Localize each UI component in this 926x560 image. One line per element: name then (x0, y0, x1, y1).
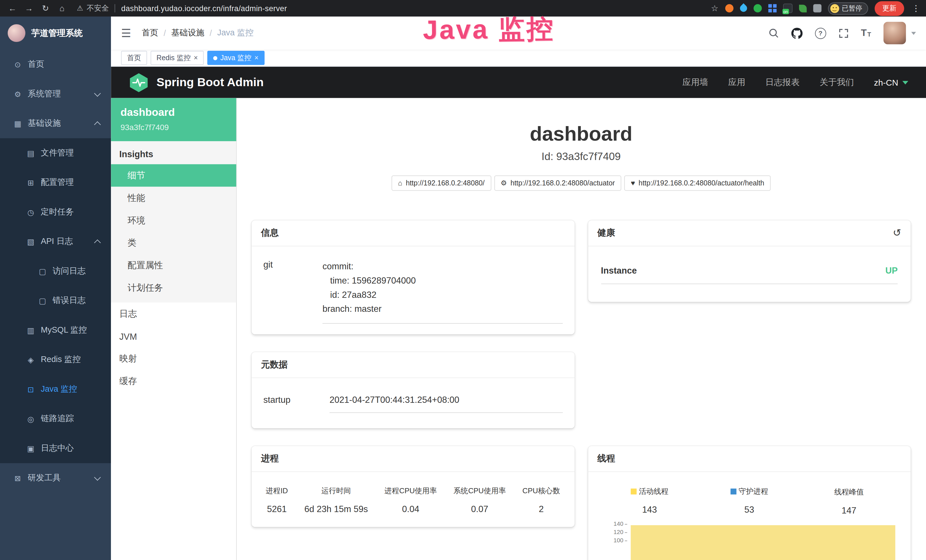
profile-sync-paused-chip[interactable]: 已暂停 (828, 2, 868, 14)
address-bar[interactable]: ⚠ 不安全 dashboard.yudao.iocoder.cn/infra/a… (77, 3, 287, 13)
database-icon: ▥ (26, 326, 36, 334)
home-button[interactable]: ⌂ (56, 0, 69, 17)
url-text: dashboard.yudao.iocoder.cn/infra/admin-s… (121, 4, 287, 12)
breadcrumb-separator: / (210, 28, 212, 38)
bookmark-star-icon[interactable]: ☆ (711, 3, 719, 13)
health-card-title: 健康 (598, 227, 615, 239)
font-size-icon[interactable]: TT (861, 28, 871, 38)
sba-item-config-props[interactable]: 配置属性 (111, 254, 236, 277)
chevron-up-icon (94, 239, 101, 246)
refresh-button[interactable]: ↻ (39, 0, 52, 17)
health-url-link[interactable]: ♥ http://192.168.0.2:48080/actuator/heal… (624, 176, 770, 191)
instance-header[interactable]: dashboard 93a3fc7f7409 (111, 98, 236, 141)
sidebar-item-config-management[interactable]: ⊞ 配置管理 (0, 168, 111, 197)
sba-item-mappings[interactable]: 映射 (111, 348, 236, 370)
sba-nav-journal[interactable]: 日志报表 (766, 77, 800, 88)
process-pid: 进程ID 5261 (266, 486, 288, 514)
security-label: 不安全 (87, 3, 109, 13)
wrench-icon: ⚙ (501, 179, 507, 187)
sidebar-item-system-management[interactable]: ⚙ 系统管理 (0, 79, 111, 109)
metadata-card: 元数据 startup 2021-04-27T00:44:31.254+08:0… (251, 352, 574, 428)
sidebar-item-label: Java 监控 (41, 384, 77, 395)
extension-icon-orange[interactable] (725, 4, 733, 12)
sidebar-item-label: 配置管理 (41, 177, 74, 188)
sidebar-item-mysql-monitor[interactable]: ▥ MySQL 监控 (0, 316, 111, 345)
breadcrumb-infrastructure[interactable]: 基础设施 (171, 28, 204, 38)
service-url-link[interactable]: ⌂ http://192.168.0.2:48080/ (392, 176, 491, 191)
sidebar-item-label: 研发工具 (28, 473, 61, 483)
tag-home[interactable]: 首页 (121, 51, 147, 65)
navbar-actions: ? TT (768, 22, 916, 44)
sidebar-item-file-management[interactable]: ▤ 文件管理 (0, 138, 111, 168)
sba-item-caches[interactable]: 缓存 (111, 370, 236, 392)
config-icon: ⊞ (26, 178, 36, 187)
document-icon: ▢ (37, 267, 48, 275)
legend-live-threads: 活动线程 143 (600, 486, 699, 515)
extensions-puzzle-icon[interactable] (813, 4, 821, 12)
github-icon[interactable] (791, 27, 802, 38)
font-size-big-glyph: T (861, 28, 867, 38)
extension-icon-green[interactable] (753, 4, 761, 12)
sidebar-item-redis-monitor[interactable]: ◈ Redis 监控 (0, 345, 111, 375)
tag-label: Redis 监控 (157, 53, 191, 63)
sba-item-details[interactable]: 细节 (111, 164, 236, 187)
chevron-down-icon (94, 89, 101, 96)
sidebar-item-api-logs[interactable]: ▧ API 日志 (0, 227, 111, 256)
close-icon[interactable]: × (254, 54, 259, 62)
legend-blue-square-icon (730, 489, 736, 495)
sidebar-item-infrastructure[interactable]: ▦ 基础设施 (0, 109, 111, 138)
info-value: commit: time: 1596289704000 id: 27aa832 … (322, 259, 563, 324)
sidebar-item-label: 文件管理 (41, 148, 74, 158)
legend-daemon-threads: 守护进程 53 (699, 486, 799, 515)
help-icon[interactable]: ? (815, 27, 826, 38)
sidebar-item-error-logs[interactable]: ▢ 错误日志 (0, 286, 111, 316)
sba-item-jvm[interactable]: JVM (111, 325, 236, 348)
admin-menu: ⊙ 首页 ⚙ 系统管理 ▦ 基础设施 ▤ 文件管理 (0, 50, 111, 493)
fullscreen-icon[interactable] (838, 28, 849, 38)
user-avatar[interactable] (884, 22, 906, 44)
gear-icon: ⚙ (12, 89, 23, 98)
process-card-title: 进程 (261, 453, 278, 464)
extension-icon-switch[interactable]: on (783, 3, 792, 13)
sba-nav-wallboard[interactable]: 应用墙 (682, 77, 708, 88)
sba-item-logs[interactable]: 日志 (111, 303, 236, 325)
sba-item-classes[interactable]: 类 (111, 232, 236, 254)
heart-icon: ♥ (631, 179, 635, 187)
sidebar-item-java-monitor[interactable]: ⊡ Java 监控 (0, 375, 111, 404)
avatar-caret-icon[interactable] (911, 32, 916, 35)
extension-icon-droplet[interactable] (738, 3, 748, 13)
sidebar-item-scheduled-jobs[interactable]: ◷ 定时任务 (0, 197, 111, 227)
search-icon[interactable] (768, 28, 779, 38)
app-logo: 芋道管理系统 (0, 17, 111, 50)
git-commit-id: id: 27aa832 (322, 288, 563, 302)
sidebar-item-home[interactable]: ⊙ 首页 (0, 50, 111, 79)
extension-on-badge: on (782, 9, 789, 14)
sba-nav-applications[interactable]: 应用 (728, 77, 745, 88)
git-commit-label: commit: (322, 259, 563, 274)
sba-item-metrics[interactable]: 性能 (111, 186, 236, 209)
extension-icon-leaf[interactable] (799, 5, 806, 12)
tag-java-monitor[interactable]: Java 监控 × (207, 51, 264, 65)
breadcrumb-home[interactable]: 首页 (142, 28, 158, 38)
actuator-url-link[interactable]: ⚙ http://192.168.0.2:48080/actuator (494, 176, 621, 191)
sidebar-item-label: API 日志 (41, 236, 73, 247)
sba-nav-about[interactable]: 关于我们 (820, 77, 854, 88)
tag-redis-monitor[interactable]: Redis 监控 × (151, 51, 204, 65)
sidebar-item-dev-tools[interactable]: ⊠ 研发工具 (0, 463, 111, 493)
sba-item-scheduled-tasks[interactable]: 计划任务 (111, 277, 236, 299)
sidebar-item-log-center[interactable]: ▣ 日志中心 (0, 434, 111, 463)
sidebar-item-access-logs[interactable]: ▢ 访问日志 (0, 256, 111, 286)
update-button[interactable]: 更新 (875, 1, 904, 16)
back-button[interactable]: ← (6, 0, 19, 17)
forward-button[interactable]: → (23, 0, 36, 17)
sidebar-item-tracing[interactable]: ◎ 链路追踪 (0, 404, 111, 434)
log-center-icon: ▣ (26, 444, 36, 453)
toolbox-icon: ⊠ (12, 474, 23, 483)
history-icon[interactable]: ↺ (893, 229, 902, 237)
close-icon[interactable]: × (194, 54, 198, 62)
hamburger-icon[interactable]: ☰ (121, 26, 131, 40)
sba-item-environment[interactable]: 环境 (111, 209, 236, 232)
extension-icon-grid[interactable] (768, 4, 776, 12)
browser-menu-icon[interactable]: ⋮ (912, 3, 920, 13)
locale-selector[interactable]: zh-CN (874, 77, 908, 87)
